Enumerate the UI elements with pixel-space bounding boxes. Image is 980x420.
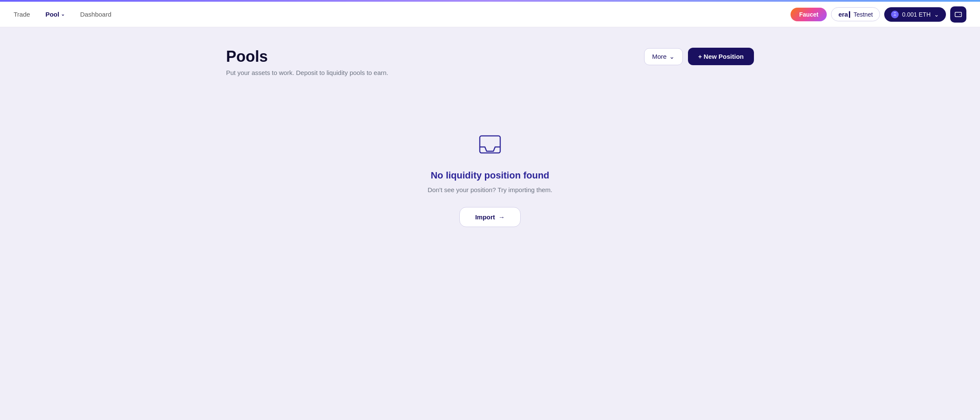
empty-state-title: No liquidity position found [431, 170, 550, 181]
nav-actions: Faucet era Testnet Ξ 0.001 ETH ⌄ [791, 6, 966, 23]
page-header: Pools Put your assets to work. Deposit t… [226, 48, 754, 76]
trade-nav-link[interactable]: Trade [14, 11, 30, 18]
svg-rect-0 [955, 12, 962, 17]
page-title: Pools [226, 48, 388, 66]
header-actions: More ⌄ + New Position [644, 48, 754, 65]
dashboard-nav-link[interactable]: Dashboard [80, 11, 111, 18]
eth-icon: Ξ [891, 11, 899, 18]
more-button[interactable]: More ⌄ [644, 48, 683, 65]
empty-state-subtitle: Don't see your position? Try importing t… [428, 186, 553, 193]
nav-links: Trade Pool ⌄ Dashboard [14, 11, 112, 18]
page-subtitle: Put your assets to work. Deposit to liqu… [226, 69, 388, 76]
faucet-button[interactable]: Faucet [791, 8, 827, 21]
wallet-button[interactable] [950, 6, 966, 23]
empty-state: No liquidity position found Don't see yo… [226, 97, 754, 261]
era-logo: era [838, 11, 850, 18]
new-position-button[interactable]: + New Position [688, 48, 754, 65]
main-content: Pools Put your assets to work. Deposit t… [192, 27, 788, 282]
navbar: Trade Pool ⌄ Dashboard Faucet era Testne… [0, 2, 980, 27]
page-title-section: Pools Put your assets to work. Deposit t… [226, 48, 388, 76]
import-button[interactable]: Import → [459, 207, 521, 227]
import-arrow-icon: → [499, 213, 505, 221]
eth-balance-button[interactable]: Ξ 0.001 ETH ⌄ [884, 7, 946, 22]
eth-chevron-icon: ⌄ [934, 11, 939, 18]
pool-chevron-icon: ⌄ [61, 12, 65, 17]
pool-nav-link[interactable]: Pool ⌄ [46, 11, 65, 18]
svg-rect-1 [480, 136, 500, 153]
more-chevron-icon: ⌄ [669, 53, 675, 60]
era-bar-icon [849, 11, 850, 18]
network-button[interactable]: era Testnet [831, 7, 880, 21]
empty-inbox-icon [476, 131, 504, 160]
